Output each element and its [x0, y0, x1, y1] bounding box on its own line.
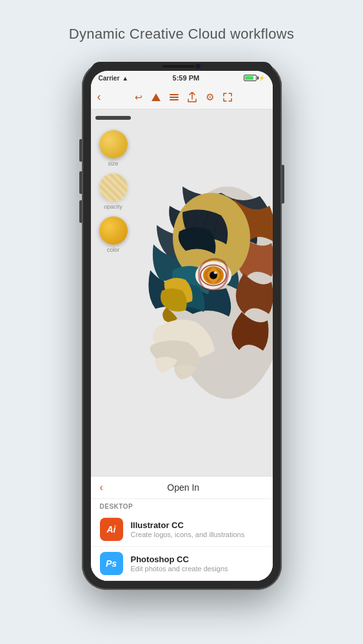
photoshop-item[interactable]: Ps Photoshop CC Edit photos and create d… [91, 547, 273, 581]
illustrator-info: Illustrator CC Create logos, icons, and … [131, 520, 264, 538]
photoshop-icon: Ps [100, 552, 123, 575]
size-label: size [108, 160, 118, 167]
desktop-section-label: DESKTOP [91, 499, 273, 513]
brush-button[interactable] [152, 93, 161, 101]
carrier-label: Carrier [99, 75, 120, 82]
photoshop-info: Photoshop CC Edit photos and create desi… [131, 554, 264, 573]
illustrator-name: Illustrator CC [131, 520, 264, 530]
illustrator-desc: Create logos, icons, and illustrations [131, 531, 264, 538]
layers-button[interactable] [170, 94, 179, 100]
layer-line-1 [170, 94, 179, 95]
phone-speaker [162, 65, 195, 68]
illustrator-icon: Ai [100, 518, 123, 541]
canvas-area[interactable]: size opacity color [91, 109, 273, 476]
photoshop-desc: Edit photos and create designs [131, 565, 264, 573]
phone-screen: Carrier ▲ 5:59 PM ⚡ ‹ ↩ [91, 71, 273, 581]
status-time: 5:59 PM [128, 74, 243, 82]
charging-icon: ⚡ [259, 75, 265, 81]
expand-button[interactable] [223, 93, 232, 102]
illustrator-item[interactable]: Ai Illustrator CC Create logos, icons, a… [91, 513, 273, 547]
layer-line-3 [170, 99, 179, 100]
battery-icon [244, 75, 257, 81]
app-toolbar: ‹ ↩ [91, 85, 273, 109]
bottom-sheet: ‹ Open In DESKTOP Ai Illustrator CC Crea… [91, 476, 273, 581]
svg-point-7 [213, 272, 217, 274]
page-title: Dynamic Creative Cloud workflows [69, 26, 294, 43]
photoshop-name: Photoshop CC [131, 554, 264, 564]
bottom-sheet-header: ‹ Open In [91, 477, 273, 499]
battery-area: ⚡ [244, 75, 265, 81]
carrier-info: Carrier ▲ [99, 75, 129, 82]
phone-frame: Carrier ▲ 5:59 PM ⚡ ‹ ↩ [82, 62, 282, 590]
phone-notch [91, 62, 273, 71]
phone-camera [195, 64, 201, 69]
undo-button[interactable]: ↩ [135, 92, 142, 102]
wifi-icon: ▲ [122, 75, 128, 82]
ai-icon-label: Ai [107, 524, 116, 535]
toolbar-center: ↩ ⚙ [101, 91, 266, 103]
status-bar: Carrier ▲ 5:59 PM ⚡ [91, 71, 273, 85]
ps-icon-label: Ps [106, 558, 117, 569]
battery-fill [245, 76, 254, 80]
layer-line-2 [170, 97, 179, 98]
share-button[interactable] [188, 92, 197, 102]
triangle-icon [152, 93, 161, 101]
sheet-title: Open In [103, 482, 264, 493]
settings-button[interactable]: ⚙ [206, 91, 214, 103]
eagle-illustration [118, 109, 273, 476]
